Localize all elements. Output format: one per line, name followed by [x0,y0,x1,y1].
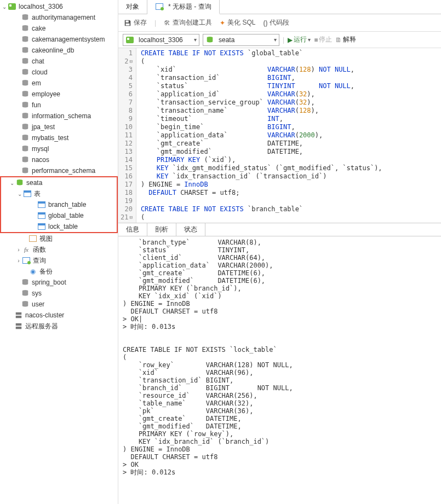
connection-label: 远程服务器 [25,322,116,331]
database-node[interactable]: information_schema [0,111,118,121]
database-node[interactable]: sys [0,288,118,299]
database-node[interactable]: nacos [0,154,118,165]
database-icon [21,278,30,287]
database-icon [21,134,30,142]
database-node[interactable]: cake [0,23,118,34]
table-node[interactable]: lock_table [1,221,117,232]
codesnippet-button[interactable]: () 代码段 [263,18,289,27]
database-icon [21,112,30,120]
explain-icon: 🗎 [335,36,342,44]
database-label: sys [32,289,116,297]
views-folder[interactable]: 视图 [0,233,118,244]
highlighted-section: ⌄ seata ⌄ 表 branch_tableglobal_tablelock… [0,176,118,233]
database-icon [21,68,30,77]
database-node[interactable]: performance_schema [0,165,118,176]
expand-icon[interactable]: › [15,247,22,253]
database-node[interactable]: mybatis_test [0,132,118,143]
stop-icon: ■ [314,36,318,44]
table-label: lock_table [48,223,114,230]
database-node[interactable]: employee [0,89,118,100]
functions-folder[interactable]: › fx 函数 [0,244,118,255]
database-icon [21,24,30,33]
expand-icon[interactable]: › [15,258,22,264]
function-icon: fx [22,245,31,254]
run-label: 运行 [294,35,307,44]
queries-folder[interactable]: › 查询 [0,255,118,266]
database-label: cloud [32,68,116,76]
backup-icon: ◉ [28,267,37,276]
database-node[interactable]: jpa_test [0,121,118,132]
table-node[interactable]: global_table [1,210,117,221]
database-label: nacos [32,156,116,164]
connection-icon [125,36,134,44]
database-icon [21,13,30,22]
database-node[interactable]: user [0,299,118,310]
expand-icon[interactable]: ⌄ [9,180,15,186]
database-label: mysql [32,145,116,153]
database-seata[interactable]: ⌄ seata [1,177,117,188]
connection-combo[interactable]: localhost_3306 ▾ [123,34,199,46]
result-tab-info[interactable]: 信息 [118,223,147,236]
save-button[interactable]: 保存 [124,18,147,27]
beautify-label: 美化 SQL [227,18,255,27]
svg-rect-21 [16,323,22,326]
tab-objects[interactable]: 对象 [118,0,147,14]
database-combo[interactable]: seata ▾ [203,34,279,46]
magic-icon: ✦ [220,19,225,27]
editor-tabs: 对象 * 无标题 - 查询 [118,0,441,14]
table-icon [37,222,46,231]
database-icon [15,178,24,187]
expand-icon[interactable]: ⌄ [16,191,23,197]
connection-node[interactable]: nacos-cluster [0,310,118,321]
line-gutter: 12 ⊟3456789101112131415161718192021 ⊟ [118,48,136,223]
database-label: cakemanagementsystem [32,36,116,43]
database-label: cakeonline_db [32,47,116,54]
database-node[interactable]: cloud [0,67,118,78]
connection-label: localhost_3306 [19,3,116,10]
beautify-button[interactable]: ✦ 美化 SQL [220,18,255,27]
database-node[interactable]: cakemanagementsystem [0,34,118,45]
run-button[interactable]: ▶ 运行 ▾ [288,35,311,44]
table-icon [37,211,46,220]
table-folder-icon [23,189,32,198]
code-area[interactable]: CREATE TABLE IF NOT EXISTS `global_table… [136,48,441,223]
main-panel: 对象 * 无标题 - 查询 保存 | 🛠 查询创建工具 ✦ 美化 SQL () … [118,0,441,504]
paren-icon: () [263,19,267,27]
database-node[interactable]: cakeonline_db [0,45,118,56]
database-node[interactable]: em [0,78,118,89]
server-icon [14,322,23,331]
database-label: spring_boot [32,279,116,286]
database-icon [21,90,30,99]
sql-editor[interactable]: 12 ⊟3456789101112131415161718192021 ⊟ CR… [118,48,441,223]
database-node[interactable]: chat [0,56,118,67]
result-tab-profile[interactable]: 剖析 [147,223,176,236]
expand-icon[interactable]: ⌄ [1,4,8,10]
tables-label: 表 [34,189,114,199]
querybuilder-button[interactable]: 🛠 查询创建工具 [164,18,212,27]
tab-label: * 无标题 - 查询 [168,2,211,11]
codesnippet-label: 代码段 [270,18,289,27]
connection-node[interactable]: ⌄ localhost_3306 [0,1,118,12]
svg-rect-19 [16,312,22,315]
database-icon [21,35,30,44]
tables-folder[interactable]: ⌄ 表 [1,188,117,199]
save-icon [124,19,131,27]
server-icon [14,311,23,320]
tool-icon: 🛠 [164,19,170,27]
backups-folder[interactable]: ◉ 备份 [0,266,118,277]
database-node[interactable]: authoritymanagement [0,12,118,23]
database-node[interactable]: spring_boot [0,277,118,288]
stop-button: ■ 停止 [314,35,332,44]
connection-node[interactable]: 远程服务器 [0,321,118,332]
sidebar-tree[interactable]: ⌄ localhost_3306 authoritymanagementcake… [0,0,118,504]
explain-button[interactable]: 🗎 解释 [335,35,356,44]
table-node[interactable]: branch_table [1,199,117,210]
database-node[interactable]: fun [0,100,118,111]
result-tab-status[interactable]: 状态 [176,223,205,236]
tab-query[interactable]: * 无标题 - 查询 [147,0,220,14]
database-node[interactable]: mysql [0,143,118,154]
output-panel[interactable]: `branch_type` VARCHAR(8), `status` TINYI… [118,236,441,504]
save-label: 保存 [134,18,147,27]
explain-label: 解释 [343,35,356,44]
database-label: seata [26,179,114,187]
